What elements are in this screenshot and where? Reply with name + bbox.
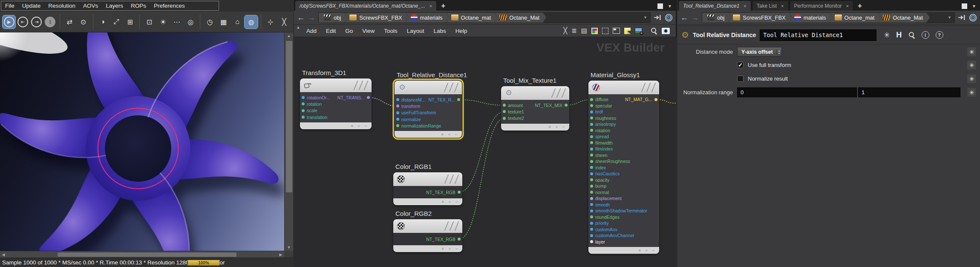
input-port[interactable]: [590, 141, 593, 144]
node-color_rgb2[interactable]: Color_RGB2NT_TEX_RGB≡=–: [393, 219, 462, 252]
input-port[interactable]: [590, 203, 593, 206]
node-menu-icon[interactable]: ≡: [441, 133, 443, 136]
netmenu-add[interactable]: Add: [302, 28, 321, 34]
pin-icon[interactable]: [654, 15, 662, 20]
input-port[interactable]: [590, 228, 593, 231]
flag-slash[interactable]: [455, 174, 459, 184]
node-compare-icon[interactable]: =: [646, 249, 648, 252]
pixel-grid-icon[interactable]: ▦: [217, 15, 230, 29]
node-collapse-icon[interactable]: –: [455, 247, 458, 251]
breadcrumb-item-screwsfbx_fbx[interactable]: ScrewsFBX_FBX: [728, 12, 792, 23]
tab-take-list[interactable]: Take List×: [752, 0, 789, 11]
output-port[interactable]: [565, 104, 568, 107]
output-port[interactable]: [458, 238, 461, 241]
pane-menu-icon[interactable]: ▼: [668, 4, 672, 9]
node-material_glossy1[interactable]: Material_Glossy1diffuseNT_MAT_G...specul…: [588, 81, 659, 254]
input-port[interactable]: [590, 234, 593, 237]
menu-aovs[interactable]: AOVs: [79, 3, 102, 9]
flag-slash[interactable]: [359, 81, 363, 90]
node-wire[interactable]: [458, 100, 504, 105]
help-icon[interactable]: ?: [936, 31, 943, 39]
output-port[interactable]: [654, 98, 657, 101]
distance-mode-select[interactable]: Y-axis offset▴▾: [737, 47, 782, 57]
find-icon[interactable]: [651, 27, 657, 34]
node-compare-icon[interactable]: =: [449, 200, 451, 204]
visibility-icon[interactable]: [662, 28, 670, 34]
menu-resolution[interactable]: Resolution: [44, 3, 79, 9]
input-port[interactable]: [302, 109, 305, 112]
menu-update[interactable]: Update: [18, 3, 45, 9]
flag-slash[interactable]: [454, 83, 459, 92]
input-port[interactable]: [396, 124, 399, 127]
tab-tool-relative-distance1[interactable]: Tool_Relative_Distance1×: [678, 0, 751, 11]
close-tab-icon[interactable]: ×: [744, 3, 746, 9]
input-port[interactable]: [590, 172, 593, 175]
pane-maximize-icon[interactable]: [962, 3, 967, 9]
network-tab[interactable]: /obj/ScrewsFBX_FBX/materials/Octane_mat/…: [295, 0, 437, 11]
close-tab-icon[interactable]: ×: [429, 3, 432, 9]
target-rings-icon[interactable]: ◎: [184, 15, 197, 29]
node-tool_relative_distance1[interactable]: Tool_Relative_Distance1⚙distanceM...NT_T…: [395, 81, 462, 138]
back-icon[interactable]: ←: [297, 13, 305, 22]
input-port[interactable]: [302, 96, 305, 99]
node-transform_3d1[interactable]: Transform_3D1rotationOr...NT_TRANS...rot…: [300, 78, 372, 129]
output-port[interactable]: [367, 96, 370, 99]
node-menu-icon[interactable]: ≡: [441, 200, 444, 204]
use-full-transform-checkbox[interactable]: ✓: [737, 62, 744, 68]
menu-file[interactable]: File: [1, 3, 18, 9]
input-port[interactable]: [396, 98, 399, 101]
breadcrumb-item-octane_mat[interactable]: Octane_mat: [446, 12, 498, 23]
network-canvas[interactable]: VEX Builder Transform_3D1rotationOr...NT…: [294, 37, 677, 267]
normalization-max-field[interactable]: [858, 87, 960, 97]
spinner-icon[interactable]: ▴▾: [776, 49, 781, 54]
param-gear-icon[interactable]: ✳: [967, 74, 976, 83]
new-tab-button[interactable]: +: [854, 1, 865, 11]
forward-icon[interactable]: →: [308, 13, 315, 22]
breadcrumb-item-octane_mat[interactable]: Octane_Mat: [494, 12, 546, 23]
flag-slash[interactable]: [455, 221, 459, 231]
netmenu-layout[interactable]: Layout: [402, 28, 429, 34]
timer-icon[interactable]: ◷: [203, 15, 216, 29]
scroll-left-icon[interactable]: ◀: [1, 252, 6, 257]
input-port[interactable]: [590, 178, 593, 181]
network-boxes-icon[interactable]: [613, 28, 620, 34]
input-port[interactable]: [590, 240, 593, 243]
flag-slash[interactable]: [444, 83, 449, 92]
input-port[interactable]: [590, 116, 593, 119]
back-icon[interactable]: ←: [680, 13, 688, 22]
contrast-icon[interactable]: ◑: [96, 15, 109, 29]
sticky-note-icon[interactable]: [624, 28, 631, 34]
render-viewport[interactable]: [0, 32, 284, 251]
sync-icon[interactable]: ⇄: [63, 15, 76, 29]
input-port[interactable]: [590, 160, 593, 163]
flag-slash[interactable]: [364, 81, 369, 90]
netmenu-help[interactable]: Help: [451, 28, 472, 34]
search-parms-icon[interactable]: [908, 32, 915, 38]
pin-icon[interactable]: [958, 15, 966, 20]
netmenu-view[interactable]: View: [357, 28, 379, 34]
input-port[interactable]: [396, 111, 399, 114]
node-compare-icon[interactable]: =: [448, 133, 450, 136]
input-port[interactable]: [302, 116, 305, 119]
crop-icon[interactable]: ⊹: [264, 15, 277, 29]
flag-slash[interactable]: [551, 88, 556, 98]
input-port[interactable]: [590, 154, 593, 157]
more-options-icon[interactable]: ⋯: [170, 15, 183, 29]
display-options-icon[interactable]: [602, 28, 608, 34]
list-view-icon[interactable]: ▤: [581, 27, 587, 35]
scroll-right-icon[interactable]: ▶: [278, 252, 283, 257]
radar-icon[interactable]: [969, 14, 977, 22]
flag-slash[interactable]: [562, 88, 566, 98]
input-port[interactable]: [590, 185, 593, 188]
node-compare-icon[interactable]: =: [449, 247, 451, 251]
add-layer-icon[interactable]: ⊞: [124, 15, 136, 29]
region-focus-icon[interactable]: ⊡: [143, 15, 156, 29]
normalization-min-field[interactable]: [737, 87, 857, 97]
param-gear-icon[interactable]: ✳: [967, 61, 976, 70]
pause-icon[interactable]: ∥: [44, 15, 57, 29]
input-port[interactable]: [396, 118, 399, 121]
input-port[interactable]: [503, 117, 506, 120]
node-name-field[interactable]: [760, 29, 876, 41]
breadcrumb-item-materials[interactable]: materials: [406, 12, 450, 23]
node-collapse-icon[interactable]: –: [562, 125, 565, 129]
